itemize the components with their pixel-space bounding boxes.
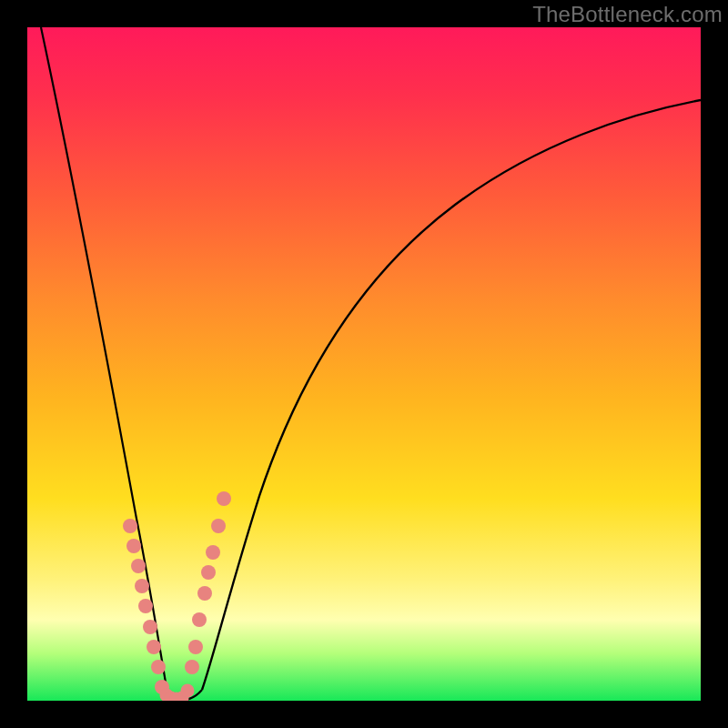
marker-dot <box>206 545 220 560</box>
marker-dot <box>123 519 137 533</box>
marker-dot <box>185 660 199 674</box>
marker-dot <box>147 640 161 654</box>
chart-svg <box>27 27 701 701</box>
marker-dot <box>201 565 216 580</box>
plot-area <box>27 27 701 701</box>
marker-dot <box>131 559 146 573</box>
marker-dot <box>135 579 149 593</box>
marker-dot <box>151 660 166 674</box>
marker-dot <box>181 684 195 698</box>
marker-dot <box>188 640 203 654</box>
marker-dot <box>192 612 207 627</box>
marker-dot <box>138 599 153 613</box>
marker-dot <box>217 491 231 506</box>
chart-frame: TheBottleneck.com <box>0 0 728 728</box>
watermark-text: TheBottleneck.com <box>532 2 723 27</box>
marker-dot <box>211 519 226 533</box>
marker-group <box>123 491 231 701</box>
bottleneck-curve-right <box>202 100 701 690</box>
curve-group <box>41 27 701 700</box>
marker-dot <box>197 586 212 601</box>
marker-dot <box>126 539 141 553</box>
marker-dot <box>143 620 157 634</box>
bottleneck-curve-left <box>41 27 171 698</box>
